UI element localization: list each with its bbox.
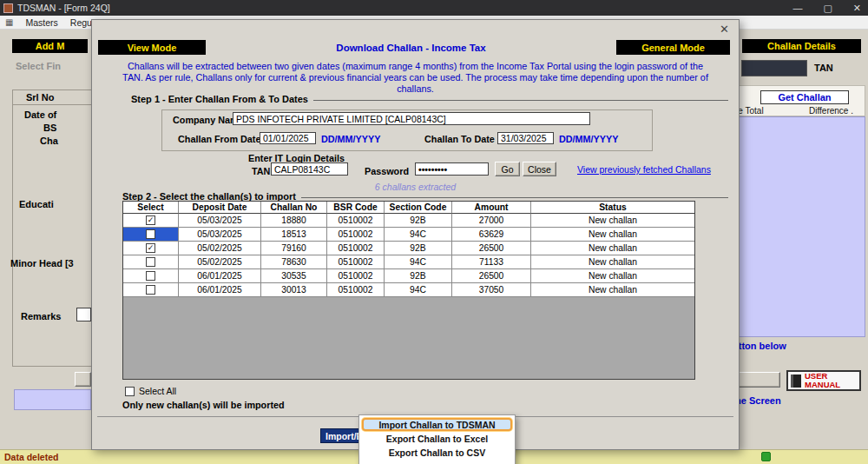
row-checkbox[interactable]: ✓ bbox=[146, 243, 155, 253]
right-summary-panel bbox=[729, 116, 865, 337]
to-date-input[interactable]: 31/03/2025 bbox=[497, 132, 554, 144]
deposit-date-cell: 05/02/2025 bbox=[179, 242, 261, 255]
challan-table-row[interactable]: 06/01/202530013051000294C37050New challa… bbox=[123, 283, 694, 297]
dialog-close-icon[interactable]: ✕ bbox=[720, 23, 729, 36]
challan-table-row[interactable]: ✓05/02/202579160051000292B26500New chall… bbox=[123, 242, 694, 255]
menu-grid-icon[interactable]: ▦ bbox=[5, 17, 13, 27]
col-header-amount: Amount bbox=[452, 202, 531, 214]
status-cell: New challan bbox=[531, 214, 694, 228]
import-note: Only new challan(s) will be imported bbox=[122, 400, 285, 410]
window-title: TDSMAN - [Form 24Q] bbox=[17, 3, 110, 13]
status-cell: New challan bbox=[531, 269, 694, 283]
tan-input[interactable]: CALP08143C bbox=[271, 162, 348, 176]
from-date-input[interactable]: 01/01/2025 bbox=[260, 132, 316, 144]
remarks-input[interactable] bbox=[76, 308, 91, 321]
challan-label: Cha bbox=[40, 136, 58, 146]
section-code-cell: 92B bbox=[385, 269, 452, 283]
row-select-cell[interactable]: ✓ bbox=[123, 242, 179, 255]
step1-header: Step 1 - Enter Challan From & To Dates bbox=[131, 94, 728, 104]
go-button[interactable]: Go bbox=[495, 162, 520, 176]
password-input[interactable]: ••••••••• bbox=[415, 162, 489, 176]
import-export-menu: Import Challan to TDSMANExport Challan t… bbox=[358, 414, 516, 464]
challan-table-row[interactable]: 05/02/202578630051000294C71133New challa… bbox=[123, 255, 694, 269]
row-checkbox[interactable] bbox=[146, 257, 155, 267]
close-button[interactable]: Close bbox=[523, 162, 556, 176]
status-cell: New challan bbox=[531, 242, 694, 255]
amount-cell: 27000 bbox=[452, 214, 531, 228]
col-header-section-code: Section Code bbox=[385, 202, 452, 214]
step1-label: Step 1 - Enter Challan From & To Dates bbox=[131, 94, 308, 104]
date-of-label: Date of bbox=[24, 109, 56, 120]
user-manual-button[interactable]: USER MANUAL bbox=[786, 370, 861, 391]
select-all-row: Select All bbox=[125, 386, 176, 396]
close-icon[interactable]: ✕ bbox=[853, 0, 861, 16]
challan-no-cell: 30535 bbox=[261, 269, 327, 283]
tan-selector[interactable] bbox=[741, 60, 807, 76]
challan-details-button[interactable]: Challan Details bbox=[742, 39, 861, 53]
company-name-input[interactable]: PDS INFOTECH PRIVATE LIMITED [CALP08143C… bbox=[233, 112, 590, 125]
select-all-checkbox[interactable] bbox=[125, 387, 135, 396]
amount-cell: 63629 bbox=[452, 228, 531, 242]
bsr-code-cell: 0510002 bbox=[327, 242, 385, 255]
row-checkbox[interactable] bbox=[146, 271, 155, 281]
deposit-date-cell: 05/02/2025 bbox=[179, 255, 261, 269]
section-code-cell: 94C bbox=[385, 228, 452, 242]
from-date-format: DD/MM/YYYY bbox=[321, 134, 380, 144]
step2-rule bbox=[301, 197, 728, 198]
row-select-cell[interactable] bbox=[123, 269, 179, 283]
left-bottom-button[interactable] bbox=[75, 372, 91, 387]
challan-no-cell: 18513 bbox=[261, 228, 327, 242]
srl-no-header: Srl No bbox=[26, 92, 54, 103]
maximize-icon[interactable]: ▢ bbox=[823, 0, 832, 16]
dialog-header: View Mode Download Challan - Income Tax … bbox=[98, 40, 730, 55]
challan-table-row[interactable]: 05/03/202518513051000294C63629New challa… bbox=[123, 228, 694, 242]
col-header-status: Status bbox=[531, 202, 694, 214]
challan-table-row[interactable]: 06/01/202530535051000292B26500New challa… bbox=[123, 269, 694, 283]
left-bottom-panel bbox=[14, 389, 91, 410]
deposit-date-cell: 05/03/2025 bbox=[179, 214, 261, 228]
to-date-label: Challan To Date bbox=[424, 134, 495, 144]
bsr-code-cell: 0510002 bbox=[327, 255, 385, 269]
status-cell: New challan bbox=[531, 283, 694, 297]
section-code-cell: 92B bbox=[385, 214, 452, 228]
menu-item-import-challan-to-tdsman[interactable]: Import Challan to TDSMAN bbox=[362, 418, 512, 431]
menu-item-export-challan-to-excel[interactable]: Export Challan to Excel bbox=[362, 432, 512, 445]
challan-no-cell: 18880 bbox=[261, 214, 327, 228]
education-label: Educati bbox=[19, 199, 54, 209]
amount-cell: 37050 bbox=[452, 283, 531, 297]
tan-bg-label: TAN bbox=[814, 63, 833, 73]
view-previous-challans-link[interactable]: View previously fetched Challans bbox=[577, 164, 711, 175]
row-checkbox[interactable] bbox=[146, 285, 155, 295]
password-label: Password bbox=[365, 166, 409, 176]
user-manual-line2: MANUAL bbox=[805, 380, 840, 389]
view-mode-button[interactable]: View Mode bbox=[98, 40, 206, 55]
status-message: Data deleted bbox=[4, 452, 58, 462]
section-code-cell: 94C bbox=[385, 283, 452, 297]
menu-item-masters[interactable]: Masters bbox=[25, 17, 57, 28]
row-select-cell[interactable] bbox=[123, 228, 179, 242]
row-select-cell[interactable] bbox=[123, 255, 179, 269]
minimize-icon[interactable]: — bbox=[792, 0, 802, 16]
row-select-cell[interactable] bbox=[123, 283, 179, 297]
get-challan-button[interactable]: Get Challan bbox=[760, 90, 849, 104]
col-header-challan-no: Challan No bbox=[261, 202, 327, 214]
tray-icon[interactable] bbox=[761, 452, 771, 461]
tan-label: TAN bbox=[252, 166, 270, 176]
application-window: TDSMAN - [Form 24Q] — ▢ ✕ ▦ Masters Regu… bbox=[0, 0, 868, 464]
menu-item-export-challan-to-csv[interactable]: Export Challan to CSV bbox=[362, 446, 512, 459]
challan-table-row[interactable]: ✓05/03/202518880051000292B27000New chall… bbox=[123, 214, 694, 228]
row-checkbox[interactable] bbox=[146, 229, 155, 239]
dialog-info-text: Challans will be extracted between two g… bbox=[116, 61, 714, 96]
challan-no-cell: 78630 bbox=[261, 255, 327, 269]
me-screen-label: me Screen bbox=[733, 395, 781, 406]
status-cell: New challan bbox=[531, 228, 694, 242]
section-code-cell: 92B bbox=[385, 242, 452, 255]
row-select-cell[interactable]: ✓ bbox=[123, 214, 179, 228]
add-button[interactable]: Add M bbox=[12, 39, 88, 53]
to-date-format: DD/MM/YYYY bbox=[559, 134, 618, 144]
deposit-date-cell: 05/03/2025 bbox=[179, 228, 261, 242]
challan-no-cell: 30013 bbox=[261, 283, 327, 297]
general-mode-button[interactable]: General Mode bbox=[616, 40, 730, 55]
status-cell: New challan bbox=[531, 255, 694, 269]
row-checkbox[interactable]: ✓ bbox=[146, 215, 155, 225]
